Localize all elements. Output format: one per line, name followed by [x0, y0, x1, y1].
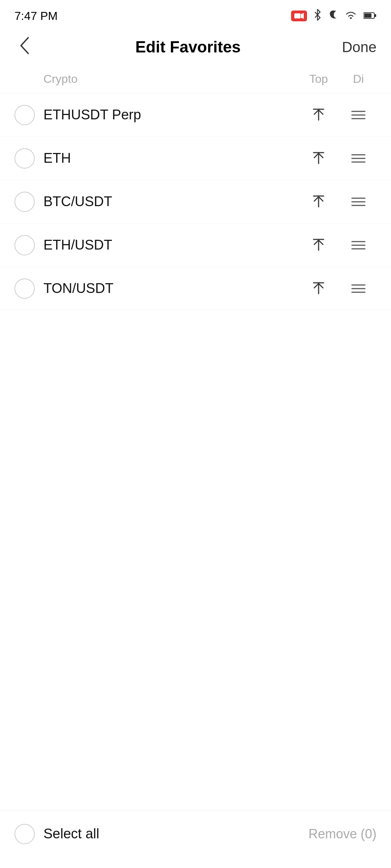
- item-top-btn-3[interactable]: [297, 237, 340, 253]
- list-item: TON/USDT: [0, 267, 391, 310]
- svg-rect-4: [364, 13, 371, 18]
- status-bar: 7:47 PM: [0, 0, 391, 29]
- select-all-label[interactable]: Select all: [43, 826, 99, 842]
- item-drag-btn-4[interactable]: [340, 282, 377, 295]
- item-radio-0[interactable]: [14, 105, 35, 125]
- list-item: ETHUSDT Perp: [0, 93, 391, 137]
- remove-button[interactable]: Remove (0): [308, 826, 377, 842]
- list-item: BTC/USDT: [0, 180, 391, 224]
- item-drag-btn-0[interactable]: [340, 109, 377, 122]
- svg-rect-5: [375, 14, 376, 17]
- back-button[interactable]: [14, 33, 34, 61]
- battery-icon: [363, 10, 377, 22]
- item-drag-btn-3[interactable]: [340, 239, 377, 252]
- drag-col-header: Di: [340, 72, 377, 86]
- item-top-btn-0[interactable]: [297, 107, 340, 123]
- moon-icon: [328, 10, 338, 22]
- item-top-btn-2[interactable]: [297, 194, 340, 210]
- item-radio-2[interactable]: [14, 192, 35, 212]
- item-drag-btn-2[interactable]: [340, 195, 377, 208]
- nav-header: Edit Favorites Done: [0, 29, 391, 65]
- list-item: ETH/USDT: [0, 224, 391, 267]
- status-time: 7:47 PM: [14, 9, 58, 23]
- item-name-4: TON/USDT: [43, 281, 297, 296]
- column-headers: Crypto Top Di: [0, 65, 391, 93]
- video-record-icon: [291, 10, 307, 21]
- svg-point-2: [350, 17, 352, 19]
- done-button[interactable]: Done: [342, 39, 377, 55]
- bottom-bar: Select all Remove (0): [0, 810, 391, 868]
- item-drag-btn-1[interactable]: [340, 152, 377, 165]
- select-all-radio[interactable]: [14, 824, 35, 844]
- status-icons: [291, 9, 377, 23]
- svg-marker-1: [301, 13, 304, 19]
- top-col-header: Top: [297, 72, 340, 86]
- select-all-row: Select all: [14, 824, 99, 844]
- item-top-btn-4[interactable]: [297, 281, 340, 297]
- item-name-3: ETH/USDT: [43, 237, 297, 253]
- bluetooth-icon: [314, 9, 321, 23]
- favorites-list: ETHUSDT Perp ETH: [0, 93, 391, 310]
- item-name-0: ETHUSDT Perp: [43, 107, 297, 123]
- svg-rect-0: [294, 13, 300, 18]
- wifi-icon: [345, 10, 357, 22]
- item-top-btn-1[interactable]: [297, 150, 340, 166]
- list-item: ETH: [0, 137, 391, 180]
- item-radio-3[interactable]: [14, 235, 35, 255]
- crypto-col-header: Crypto: [43, 72, 297, 86]
- item-name-1: ETH: [43, 150, 297, 166]
- item-radio-4[interactable]: [14, 278, 35, 299]
- page-title: Edit Favorites: [135, 38, 241, 56]
- item-radio-1[interactable]: [14, 148, 35, 169]
- item-name-2: BTC/USDT: [43, 194, 297, 209]
